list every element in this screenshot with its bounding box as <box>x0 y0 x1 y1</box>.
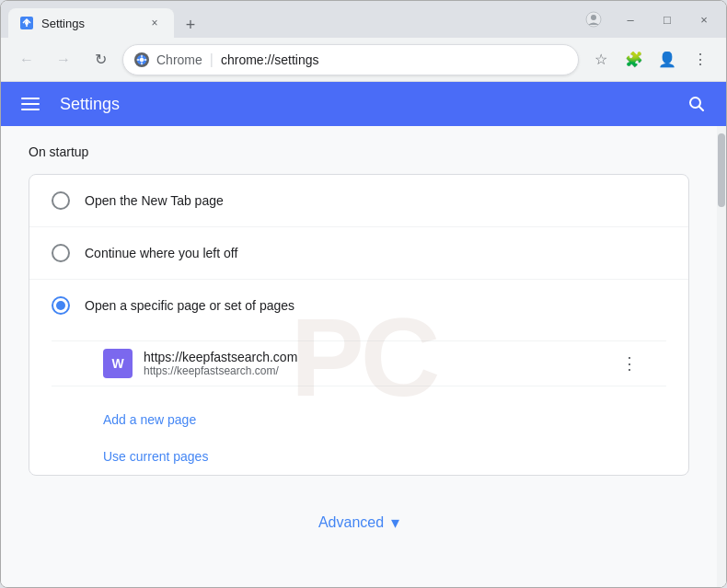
settings-search-button[interactable] <box>682 89 711 119</box>
minimize-button[interactable]: – <box>616 8 645 30</box>
close-button[interactable]: × <box>689 8 719 30</box>
forward-button[interactable]: → <box>49 45 78 75</box>
on-startup-title: On startup <box>29 144 689 159</box>
advanced-arrow-icon[interactable]: ▾ <box>391 513 399 533</box>
svg-line-7 <box>699 107 704 111</box>
svg-point-5 <box>140 57 144 61</box>
active-tab[interactable]: Settings × <box>8 8 174 38</box>
tab-favicon <box>19 16 34 30</box>
continue-radio[interactable] <box>52 244 70 262</box>
startup-options-card: Open the New Tab page Continue where you… <box>29 174 689 476</box>
new-tab-label: Open the New Tab page <box>85 193 224 208</box>
toolbar-icons: ☆ 🧩 👤 ⋮ <box>586 45 715 75</box>
site-favicon <box>134 52 149 67</box>
back-button[interactable]: ← <box>12 45 41 75</box>
profile-icon[interactable] <box>579 8 608 30</box>
startup-page-item: W https://keepfastsearch.com https://kee… <box>52 340 666 386</box>
scrollbar-thumb[interactable] <box>718 133 725 207</box>
settings-header: Settings <box>1 82 726 126</box>
page-title-text: https://keepfastsearch.com <box>144 350 604 364</box>
use-current-pages-link[interactable]: Use current pages <box>52 438 666 475</box>
new-tab-option[interactable]: Open the New Tab page <box>29 175 688 227</box>
continue-option[interactable]: Continue where you left off <box>29 227 688 280</box>
svg-point-3 <box>591 15 596 20</box>
page-info: https://keepfastsearch.com https://keepf… <box>144 350 604 377</box>
address-bar[interactable]: Chrome | chrome://settings <box>122 44 579 75</box>
page-url-text: https://keepfastsearch.com/ <box>144 364 604 377</box>
reload-button[interactable]: ↻ <box>86 45 115 75</box>
settings-page-title: Settings <box>60 95 682 114</box>
extensions-button[interactable]: 🧩 <box>619 45 649 75</box>
maximize-button[interactable]: □ <box>652 8 682 30</box>
url-separator: | <box>210 52 213 68</box>
account-button[interactable]: 👤 <box>652 45 682 75</box>
tab-close-btn[interactable]: × <box>146 15 163 31</box>
new-tab-button[interactable]: + <box>178 12 203 38</box>
title-bar: Settings × + – □ × <box>1 1 726 38</box>
window-controls: – □ × <box>579 8 719 30</box>
new-tab-radio[interactable] <box>52 191 70 210</box>
advanced-label[interactable]: Advanced <box>318 514 384 531</box>
specific-pages-option[interactable]: Open a specific page or set of pages W h… <box>29 280 688 475</box>
page-favicon: W <box>103 349 133 378</box>
settings-content: PC On startup Open the New Tab page Cont… <box>1 126 726 587</box>
advanced-section: Advanced ▾ <box>29 494 689 551</box>
page-more-button[interactable]: ⋮ <box>615 349 644 378</box>
specific-pages-radio[interactable] <box>52 296 70 315</box>
continue-label: Continue where you left off <box>85 246 237 260</box>
chrome-menu-button[interactable]: ⋮ <box>686 45 715 75</box>
omnibox-bar: ← → ↻ Chrome | chrome://settings ☆ 🧩 👤 ⋮ <box>1 38 726 82</box>
add-new-page-link[interactable]: Add a new page <box>52 401 666 438</box>
specific-pages-label: Open a specific page or set of pages <box>85 298 294 313</box>
bookmark-button[interactable]: ☆ <box>586 45 616 75</box>
svg-point-1 <box>25 21 29 25</box>
scrollbar-track[interactable] <box>717 126 726 587</box>
settings-main: PC On startup Open the New Tab page Cont… <box>1 126 717 587</box>
browser-window: Settings × + – □ × ← → ↻ <box>0 0 727 588</box>
url-text: chrome://settings <box>221 52 567 67</box>
site-name: Chrome <box>156 52 202 67</box>
hamburger-menu-button[interactable] <box>16 89 45 119</box>
tab-bar: Settings × + <box>8 1 575 38</box>
startup-links: Add a new page Use current pages <box>52 401 666 475</box>
tab-title: Settings <box>41 17 139 30</box>
